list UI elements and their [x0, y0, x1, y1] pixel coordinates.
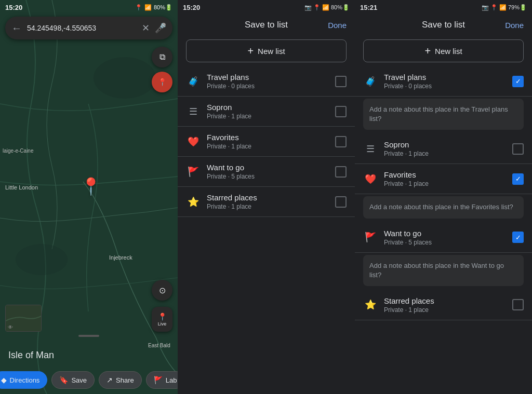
new-list-button-right[interactable]: + New list	[363, 39, 524, 62]
favorites-note-box[interactable]: Add a note about this place in the Favor…	[363, 196, 524, 218]
list-item-want-to-go[interactable]: 🚩 Want to go Private · 5 places	[178, 157, 355, 187]
share-button[interactable]: ↗ Share	[99, 371, 142, 389]
new-list-plus-icon: +	[247, 45, 254, 57]
want-to-go-checkbox[interactable]	[335, 166, 347, 178]
done-button-middle[interactable]: Done	[328, 21, 347, 30]
new-list-button-middle[interactable]: + New list	[186, 39, 347, 62]
save-header-middle: Save to list Done	[178, 15, 355, 35]
travel-plans-name-r: Travel plans	[384, 73, 512, 81]
favorites-meta: Private · 1 place	[207, 143, 335, 150]
mic-icon[interactable]: 🎤	[155, 22, 166, 34]
label-button[interactable]: 🚩 Lab	[146, 371, 178, 389]
map-thumbnail[interactable]: 👁	[5, 305, 42, 332]
map-controls: ⧉ 📍	[152, 47, 172, 92]
travel-plans-note-box[interactable]: Add a note about this place in the Trave…	[363, 99, 524, 130]
save-panel-right: 15:21 📷 📍 📶 79%🔋 Save to list Done + New…	[355, 0, 532, 394]
save-button[interactable]: 🔖 Save	[51, 371, 95, 389]
list-item-want-to-go-r[interactable]: 🚩 Want to go Private · 5 places	[355, 223, 532, 253]
favorites-note-placeholder: Add a note about this place in the Favor…	[369, 202, 517, 212]
list-item-favorites[interactable]: ❤️ Favorites Private · 1 place	[178, 127, 355, 157]
list-item-starred-places-r[interactable]: ⭐ Starred places Private · 1 place	[355, 290, 532, 320]
new-list-label-right: New list	[435, 47, 462, 56]
starred-places-info-r: Starred places Private · 1 place	[384, 296, 512, 314]
directions-button[interactable]: ◆ Directions	[0, 371, 47, 389]
status-bar-left: 15:20 📍 📶 80%🔋	[0, 0, 178, 15]
list-items-right: 🧳 Travel plans Private · 0 places Add a …	[355, 66, 532, 394]
starred-places-name-r: Starred places	[384, 296, 512, 305]
travel-plans-checkbox-r[interactable]	[512, 76, 524, 87]
sopron-icon-r: ☰	[363, 142, 378, 156]
travel-plans-checkbox[interactable]	[335, 76, 347, 87]
sopron-meta: Private · 1 place	[207, 113, 335, 120]
location-pin-button[interactable]: 📍	[152, 72, 172, 92]
layers-icon: ⧉	[159, 52, 165, 62]
save-title-right: Save to list	[422, 20, 465, 30]
list-item-sopron-r[interactable]: ☰ Sopron Private · 1 place	[355, 134, 532, 164]
time-middle: 15:20	[183, 4, 200, 11]
sopron-checkbox-r[interactable]	[512, 143, 524, 155]
compass-icon: ⊙	[159, 286, 166, 295]
travel-plans-meta-r: Private · 0 places	[384, 83, 512, 90]
live-icon: 📍	[158, 313, 167, 321]
new-list-plus-icon-right: +	[424, 45, 431, 57]
status-bar-right: 15:21 📷 📍 📶 79%🔋	[355, 0, 532, 15]
scroll-indicator	[78, 335, 99, 337]
favorites-icon: ❤️	[186, 134, 201, 149]
list-item-sopron[interactable]: ☰ Sopron Private · 1 place	[178, 97, 355, 127]
starred-places-info: Starred places Private · 1 place	[207, 193, 335, 210]
done-button-right[interactable]: Done	[505, 21, 524, 30]
starred-places-name: Starred places	[207, 193, 335, 202]
save-panel-middle: 15:20 📷 📍 📶 80%🔋 Save to list Done + New…	[178, 0, 355, 394]
map-label-laige: laige-e-Caine	[3, 148, 33, 154]
compass-button[interactable]: ⊙	[152, 280, 172, 301]
want-to-go-info-r: Want to go Private · 5 places	[384, 229, 512, 246]
save-header-right: Save to list Done	[355, 15, 532, 35]
bookmark-icon: 🔖	[59, 376, 68, 384]
time-left: 15:20	[5, 4, 22, 11]
favorites-checkbox-r[interactable]	[512, 173, 524, 185]
list-item-favorites-r[interactable]: ❤️ Favorites Private · 1 place	[355, 164, 532, 194]
sopron-info-r: Sopron Private · 1 place	[384, 140, 512, 157]
live-button[interactable]: 📍 Live	[152, 307, 172, 332]
search-bar[interactable]: ← 54.245498,-4.550653 ✕ 🎤	[5, 17, 172, 39]
layers-button[interactable]: ⧉	[152, 47, 172, 67]
thumbnail-eye-icon: 👁	[8, 324, 13, 330]
share-icon: ↗	[107, 376, 113, 384]
travel-plans-info: Travel plans Private · 0 places	[207, 73, 335, 90]
clear-icon[interactable]: ✕	[142, 22, 150, 34]
directions-label: Directions	[10, 376, 40, 384]
starred-places-meta-r: Private · 1 place	[384, 306, 512, 314]
starred-places-checkbox-r[interactable]	[512, 299, 524, 310]
list-item-starred-places[interactable]: ⭐ Starred places Private · 1 place	[178, 187, 355, 217]
list-item-travel-plans[interactable]: 🧳 Travel plans Private · 0 places	[178, 66, 355, 97]
list-items-middle: 🧳 Travel plans Private · 0 places ☰ Sopr…	[178, 66, 355, 394]
want-to-go-note-placeholder: Add a note about this place in the Want …	[369, 261, 517, 280]
travel-plans-name: Travel plans	[207, 73, 335, 81]
back-icon[interactable]: ←	[11, 22, 22, 34]
status-icons-middle: 📷 📍 📶 80%🔋	[304, 4, 350, 11]
sopron-info: Sopron Private · 1 place	[207, 103, 335, 120]
sopron-checkbox[interactable]	[335, 106, 347, 117]
want-to-go-checkbox-r[interactable]	[512, 232, 524, 243]
travel-plans-icon-r: 🧳	[363, 74, 378, 89]
want-to-go-note-box[interactable]: Add a note about this place in the Want …	[363, 255, 524, 286]
favorites-checkbox[interactable]	[335, 136, 347, 147]
list-item-travel-plans-r[interactable]: 🧳 Travel plans Private · 0 places	[355, 66, 532, 97]
map-location-pin: 📍	[81, 176, 101, 196]
sopron-name-r: Sopron	[384, 140, 512, 149]
sopron-icon: ☰	[186, 104, 201, 119]
travel-plans-meta: Private · 0 places	[207, 83, 335, 90]
share-label: Share	[116, 376, 134, 384]
favorites-name: Favorites	[207, 133, 335, 142]
map-panel: 15:20 📍 📶 80%🔋 ← 54.245498,-4.550653 ✕ 🎤…	[0, 0, 178, 394]
directions-icon: ◆	[1, 376, 7, 384]
save-title-middle: Save to list	[245, 20, 288, 30]
starred-places-checkbox[interactable]	[335, 196, 347, 208]
status-icons-right: 📷 📍 📶 79%🔋	[482, 4, 527, 11]
favorites-info-r: Favorites Private · 1 place	[384, 170, 512, 187]
want-to-go-name-r: Want to go	[384, 229, 512, 238]
favorites-name-r: Favorites	[384, 170, 512, 179]
sopron-name: Sopron	[207, 103, 335, 112]
starred-places-icon: ⭐	[186, 195, 201, 209]
svg-point-2	[16, 244, 68, 275]
